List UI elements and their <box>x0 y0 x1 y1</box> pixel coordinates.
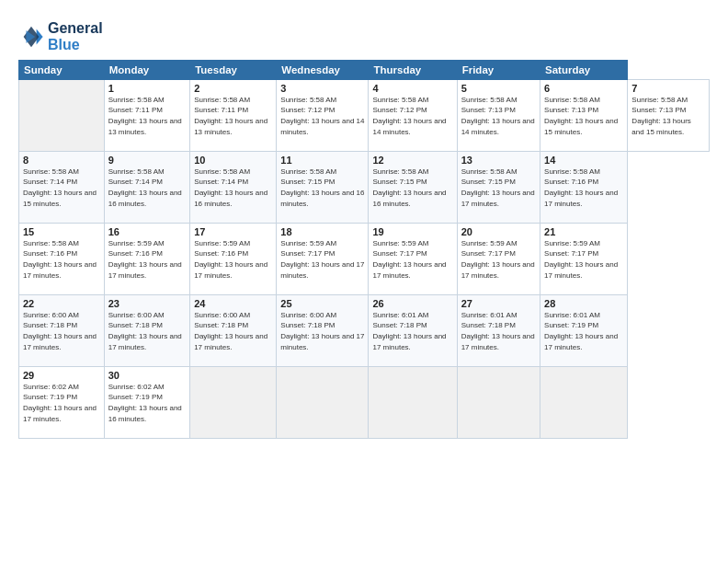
col-header-wednesday: Wednesday <box>277 60 369 79</box>
calendar-cell: 1Sunrise: 5:58 AMSunset: 7:11 PMDaylight… <box>104 79 189 151</box>
day-number: 11 <box>280 155 364 166</box>
day-info: Sunrise: 5:58 AMSunset: 7:11 PMDaylight:… <box>194 95 272 137</box>
calendar-cell: 21Sunrise: 5:59 AMSunset: 7:17 PMDayligh… <box>540 223 628 294</box>
calendar-cell: 4Sunrise: 5:58 AMSunset: 7:12 PMDaylight… <box>369 79 457 151</box>
logo: General Blue <box>18 20 103 54</box>
calendar-cell: 13Sunrise: 5:58 AMSunset: 7:15 PMDayligh… <box>457 151 540 223</box>
day-info: Sunrise: 5:58 AMSunset: 7:15 PMDaylight:… <box>372 167 452 209</box>
day-info: Sunrise: 5:59 AMSunset: 7:16 PMDaylight:… <box>108 238 186 281</box>
col-header-friday: Friday <box>457 60 540 79</box>
day-number: 25 <box>280 298 364 309</box>
header: General Blue <box>18 17 710 54</box>
day-number: 28 <box>544 298 623 309</box>
day-number: 16 <box>108 226 186 237</box>
day-number: 27 <box>461 298 536 309</box>
calendar-cell <box>190 366 277 438</box>
day-info: Sunrise: 5:58 AMSunset: 7:15 PMDaylight:… <box>461 167 536 209</box>
calendar-cell: 22Sunrise: 6:00 AMSunset: 7:18 PMDayligh… <box>19 294 105 366</box>
day-info: Sunrise: 5:58 AMSunset: 7:16 PMDaylight:… <box>544 167 623 209</box>
calendar-cell: 9Sunrise: 5:58 AMSunset: 7:14 PMDaylight… <box>104 151 189 223</box>
calendar-cell: 25Sunrise: 6:00 AMSunset: 7:18 PMDayligh… <box>277 294 369 366</box>
logo-text: General Blue <box>48 20 103 54</box>
day-number: 22 <box>23 298 100 309</box>
day-info: Sunrise: 5:58 AMSunset: 7:13 PMDaylight:… <box>631 95 705 137</box>
calendar-cell <box>277 366 369 438</box>
calendar-cell: 6Sunrise: 5:58 AMSunset: 7:13 PMDaylight… <box>540 79 628 151</box>
day-number: 14 <box>544 155 623 166</box>
calendar-cell: 5Sunrise: 5:58 AMSunset: 7:13 PMDaylight… <box>457 79 540 151</box>
day-number: 12 <box>372 155 452 166</box>
day-info: Sunrise: 5:58 AMSunset: 7:16 PMDaylight:… <box>23 238 100 281</box>
calendar-table: SundayMondayTuesdayWednesdayThursdayFrid… <box>18 60 710 439</box>
day-info: Sunrise: 6:02 AMSunset: 7:19 PMDaylight:… <box>108 382 186 424</box>
col-header-saturday: Saturday <box>540 60 628 79</box>
calendar-cell: 20Sunrise: 5:59 AMSunset: 7:17 PMDayligh… <box>457 223 540 294</box>
day-info: Sunrise: 5:59 AMSunset: 7:17 PMDaylight:… <box>372 238 452 281</box>
day-number: 3 <box>280 83 364 94</box>
calendar-cell: 14Sunrise: 5:58 AMSunset: 7:16 PMDayligh… <box>540 151 628 223</box>
col-header-sunday: Sunday <box>19 60 105 79</box>
calendar-cell: 7Sunrise: 5:58 AMSunset: 7:13 PMDaylight… <box>628 79 710 151</box>
day-info: Sunrise: 5:58 AMSunset: 7:14 PMDaylight:… <box>108 167 186 209</box>
day-number: 15 <box>23 226 100 237</box>
calendar-cell: 18Sunrise: 5:59 AMSunset: 7:17 PMDayligh… <box>277 223 369 294</box>
calendar-cell <box>457 366 540 438</box>
calendar-cell: 8Sunrise: 5:58 AMSunset: 7:14 PMDaylight… <box>19 151 105 223</box>
day-number: 9 <box>108 155 186 166</box>
day-info: Sunrise: 6:00 AMSunset: 7:18 PMDaylight:… <box>194 310 272 352</box>
day-info: Sunrise: 5:58 AMSunset: 7:13 PMDaylight:… <box>544 95 623 137</box>
day-info: Sunrise: 6:01 AMSunset: 7:18 PMDaylight:… <box>372 310 452 352</box>
day-info: Sunrise: 5:59 AMSunset: 7:16 PMDaylight:… <box>194 238 272 281</box>
day-number: 30 <box>108 370 186 381</box>
day-number: 23 <box>108 298 186 309</box>
day-info: Sunrise: 5:58 AMSunset: 7:14 PMDaylight:… <box>194 167 272 209</box>
day-number: 26 <box>372 298 452 309</box>
day-info: Sunrise: 6:01 AMSunset: 7:18 PMDaylight:… <box>461 310 536 352</box>
calendar-cell-empty <box>19 79 105 151</box>
day-info: Sunrise: 5:58 AMSunset: 7:13 PMDaylight:… <box>461 95 536 137</box>
day-number: 20 <box>461 226 536 237</box>
day-info: Sunrise: 6:00 AMSunset: 7:18 PMDaylight:… <box>280 310 364 352</box>
day-number: 17 <box>194 226 272 237</box>
calendar-cell: 15Sunrise: 5:58 AMSunset: 7:16 PMDayligh… <box>19 223 105 294</box>
calendar-cell: 12Sunrise: 5:58 AMSunset: 7:15 PMDayligh… <box>369 151 457 223</box>
day-number: 6 <box>544 83 623 94</box>
day-number: 29 <box>23 370 100 381</box>
calendar-cell: 27Sunrise: 6:01 AMSunset: 7:18 PMDayligh… <box>457 294 540 366</box>
day-info: Sunrise: 5:59 AMSunset: 7:17 PMDaylight:… <box>544 238 623 281</box>
calendar-cell <box>540 366 628 438</box>
calendar-cell: 17Sunrise: 5:59 AMSunset: 7:16 PMDayligh… <box>190 223 277 294</box>
day-info: Sunrise: 5:59 AMSunset: 7:17 PMDaylight:… <box>461 238 536 281</box>
day-info: Sunrise: 5:59 AMSunset: 7:17 PMDaylight:… <box>280 238 364 281</box>
calendar-cell: 29Sunrise: 6:02 AMSunset: 7:19 PMDayligh… <box>19 366 105 438</box>
calendar-cell <box>369 366 457 438</box>
day-info: Sunrise: 5:58 AMSunset: 7:12 PMDaylight:… <box>280 95 364 137</box>
day-number: 5 <box>461 83 536 94</box>
day-number: 1 <box>108 83 186 94</box>
calendar-cell: 28Sunrise: 6:01 AMSunset: 7:19 PMDayligh… <box>540 294 628 366</box>
day-info: Sunrise: 6:01 AMSunset: 7:19 PMDaylight:… <box>544 310 623 352</box>
calendar-cell: 30Sunrise: 6:02 AMSunset: 7:19 PMDayligh… <box>104 366 189 438</box>
col-header-tuesday: Tuesday <box>190 60 277 79</box>
calendar-cell: 26Sunrise: 6:01 AMSunset: 7:18 PMDayligh… <box>369 294 457 366</box>
calendar-cell: 3Sunrise: 5:58 AMSunset: 7:12 PMDaylight… <box>277 79 369 151</box>
calendar-cell: 11Sunrise: 5:58 AMSunset: 7:15 PMDayligh… <box>277 151 369 223</box>
calendar-cell: 19Sunrise: 5:59 AMSunset: 7:17 PMDayligh… <box>369 223 457 294</box>
calendar-cell: 10Sunrise: 5:58 AMSunset: 7:14 PMDayligh… <box>190 151 277 223</box>
day-number: 13 <box>461 155 536 166</box>
day-info: Sunrise: 6:02 AMSunset: 7:19 PMDaylight:… <box>23 382 100 424</box>
day-number: 10 <box>194 155 272 166</box>
day-info: Sunrise: 5:58 AMSunset: 7:14 PMDaylight:… <box>23 167 100 209</box>
col-header-thursday: Thursday <box>369 60 457 79</box>
day-info: Sunrise: 6:00 AMSunset: 7:18 PMDaylight:… <box>23 310 100 352</box>
calendar-page: General Blue SundayMondayTuesdayWednesda… <box>0 0 728 563</box>
day-info: Sunrise: 6:00 AMSunset: 7:18 PMDaylight:… <box>108 310 186 352</box>
logo-icon <box>18 24 44 50</box>
day-number: 7 <box>631 83 705 94</box>
day-number: 8 <box>23 155 100 166</box>
calendar-cell: 2Sunrise: 5:58 AMSunset: 7:11 PMDaylight… <box>190 79 277 151</box>
day-info: Sunrise: 5:58 AMSunset: 7:11 PMDaylight:… <box>108 95 186 137</box>
day-number: 21 <box>544 226 623 237</box>
day-number: 2 <box>194 83 272 94</box>
calendar-cell: 16Sunrise: 5:59 AMSunset: 7:16 PMDayligh… <box>104 223 189 294</box>
